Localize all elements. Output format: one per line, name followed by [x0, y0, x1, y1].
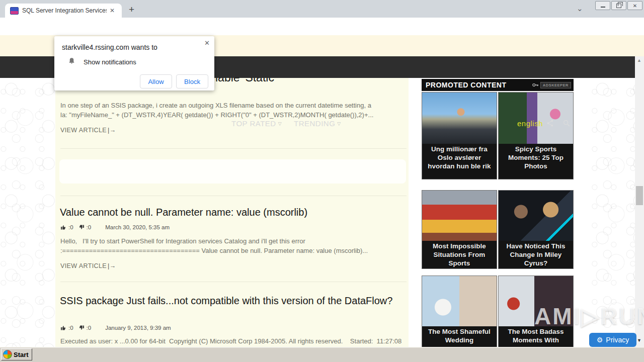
key-icon	[532, 82, 539, 87]
like-count: :0	[68, 224, 73, 230]
search-icon[interactable]	[562, 119, 571, 127]
ad-caption: Have Noticed This Change In Miley Cyrus?	[499, 241, 573, 268]
left-pattern-band	[0, 78, 55, 347]
share-nodes-icon[interactable]	[546, 119, 554, 127]
article3-meta: :0 :0 January 9, 2013, 9:39 am	[60, 325, 171, 331]
nav-trending[interactable]: TRENDING▽	[294, 119, 341, 128]
scroll-down-icon[interactable]: ▼	[637, 338, 641, 343]
ad-caption: Most Impossible Situations From Sports	[422, 241, 497, 268]
nav-top-rated-label: TOP RATED	[231, 119, 276, 128]
start-button[interactable]: Start	[1, 348, 32, 360]
ad-tile[interactable]: Most Impossible Situations From Sports	[422, 190, 497, 269]
adskeeper-logo[interactable]: ADSKEEPER	[532, 82, 571, 88]
popup-title: starkville4.rssing.com wants to	[62, 43, 157, 51]
promoted-content-header: PROMOTED CONTENT ADSKEEPER	[422, 79, 574, 91]
watermark: AMI▷RUN	[534, 303, 644, 330]
screen: SQL Server Integration Services for ✕ + …	[0, 0, 644, 362]
ad-tile[interactable]: Have Noticed This Change In Miley Cyrus?	[498, 190, 574, 269]
thumbs-down-icon	[78, 325, 85, 331]
minimize-button[interactable]	[595, 1, 610, 10]
scrollbar-thumb[interactable]	[636, 186, 643, 205]
article2-body-line2: :==================================== Va…	[60, 247, 368, 254]
ad-image	[499, 191, 573, 241]
article1-view-link[interactable]: VIEW ARTICLE|→	[60, 127, 116, 134]
article2-meta: :0 :0 March 30, 2020, 5:35 am	[60, 224, 170, 230]
gear-icon: ⚙	[597, 336, 603, 344]
divider	[60, 196, 407, 196]
article2-view-link[interactable]: VIEW ARTICLE|→	[60, 262, 116, 269]
arrow-right-icon: |→	[108, 127, 116, 134]
arrow-right-icon: |→	[108, 262, 116, 269]
restore-icon	[616, 4, 621, 8]
article3-title[interactable]: SSIS package Just fails...not compatible…	[60, 294, 402, 307]
start-label: Start	[14, 351, 29, 358]
tab-title: SQL Server Integration Services for	[22, 7, 107, 14]
nav-top-rated[interactable]: TOP RATED▽	[231, 119, 282, 128]
like-count: :0	[68, 325, 73, 331]
popup-request-text: Show notifications	[84, 58, 136, 66]
block-button[interactable]: Block	[176, 74, 208, 88]
browser-toolbar: ← → ↻ starkville4.rssing.com/chan-387593…	[0, 18, 644, 35]
article3-body-line1: Executed as user: x ...0.00 for 64-bit C…	[60, 337, 401, 345]
privacy-label: Privacy	[606, 336, 629, 344]
close-icon: ✕	[633, 3, 637, 9]
thumbs-up-icon	[60, 224, 66, 230]
minimize-icon	[601, 7, 605, 8]
window-controls: ✕	[595, 1, 642, 10]
chevron-down-icon[interactable]: ⌄	[577, 4, 583, 13]
windows-taskbar: Start e ▶ ⚐ 6:18 PM	[0, 347, 644, 362]
browser-tab-strip: SQL Server Integration Services for ✕ + …	[0, 0, 644, 18]
view-article-label: VIEW ARTICLE	[60, 262, 107, 269]
thumbs-up-icon	[60, 325, 66, 331]
dislike-count: :0	[87, 224, 92, 230]
promoted-content-label: PROMOTED CONTENT	[426, 81, 506, 89]
article3-date: January 9, 2013, 9:39 am	[105, 325, 171, 331]
privacy-button[interactable]: ⚙ Privacy	[589, 333, 636, 347]
dropdown-triangle-icon: ▽	[337, 121, 341, 126]
ad-tile[interactable]: Spicy Sports Moments: 25 Top Photos	[498, 92, 574, 179]
scroll-up-icon[interactable]: ▲	[637, 58, 641, 63]
restore-button[interactable]	[611, 1, 626, 10]
site-favicon-icon	[10, 7, 19, 15]
ad-image	[422, 93, 497, 144]
browser-tab[interactable]: SQL Server Integration Services for ✕	[5, 4, 122, 18]
dropdown-triangle-icon: ▽	[278, 121, 282, 126]
dislike-count: :0	[87, 325, 92, 331]
view-article-label: VIEW ARTICLE	[60, 127, 107, 134]
article2-date: March 30, 2020, 5:35 am	[105, 224, 170, 230]
ad-caption: Spicy Sports Moments: 25 Top Photos	[499, 144, 573, 179]
article2-title[interactable]: Value cannot be null. Parameter name: va…	[60, 207, 307, 218]
notification-permission-popup: starkville4.rssing.com wants to ✕ Show n…	[54, 36, 214, 90]
ad-image	[422, 276, 497, 326]
ad-tile[interactable]: Ung millionær fra Oslo avslører hvordan …	[422, 92, 497, 179]
tab-close-icon[interactable]: ✕	[110, 7, 115, 14]
adskeeper-label: ADSKEEPER	[540, 82, 571, 88]
ad-tile[interactable]: The Most Shameful Wedding	[422, 276, 497, 356]
thumbs-down-icon	[78, 224, 85, 230]
article2-body-line1: Hello, I'll try to start PowerShell for …	[60, 237, 305, 245]
article1-body-line1: In one step of an SSIS package, i create…	[60, 102, 371, 109]
article1-body-line2: la: "myFileName_" + (DT_WSTR,4)YEAR( get…	[60, 111, 373, 119]
empty-ad-slot	[59, 159, 406, 184]
ad-caption: Ung millionær fra Oslo avslører hvordan …	[422, 144, 497, 179]
divider	[60, 148, 407, 149]
new-tab-button[interactable]: +	[129, 4, 134, 15]
windows-logo-icon	[3, 350, 12, 359]
ad-image	[422, 191, 497, 241]
nav-trending-label: TRENDING	[294, 119, 335, 128]
popup-close-icon[interactable]: ✕	[204, 39, 210, 47]
bell-icon	[68, 57, 75, 65]
ad-image	[499, 93, 573, 144]
language-selector[interactable]: english	[517, 119, 543, 128]
close-window-button[interactable]: ✕	[627, 1, 642, 10]
divider	[60, 282, 407, 282]
allow-button[interactable]: Allow	[140, 74, 172, 88]
